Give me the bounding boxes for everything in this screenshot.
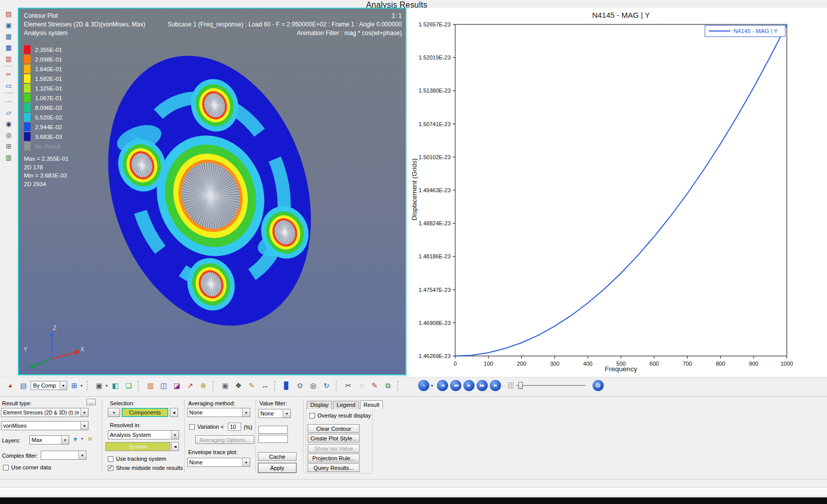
edit-cut-icon[interactable]: ✂ xyxy=(342,379,355,392)
system-button[interactable]: System xyxy=(105,442,170,451)
components-button[interactable]: Components xyxy=(122,408,168,417)
first-frame-button[interactable]: |◀ xyxy=(437,380,448,391)
section-cut-icon[interactable]: ◪ xyxy=(171,379,183,392)
position-icon[interactable]: ◎ xyxy=(307,379,319,392)
tab-result[interactable]: Result xyxy=(360,400,383,409)
pick-entity-icon[interactable]: ◎ xyxy=(3,130,15,140)
animation-settings-button[interactable]: ⚙ xyxy=(593,380,604,391)
plot-page-icon[interactable]: ▣ xyxy=(3,20,15,31)
more-tools-icon[interactable]: ⋯ xyxy=(3,96,15,107)
checkbox-box[interactable] xyxy=(3,465,9,470)
tracking-system-icon[interactable]: ❖ xyxy=(232,379,245,392)
chevron-down-icon[interactable]: ▼ xyxy=(242,458,250,466)
use-tracking-checkbox[interactable]: Use tracking system xyxy=(108,456,166,462)
resolved-in-select[interactable]: Analysis System▼ xyxy=(108,430,179,439)
symmetry-icon[interactable]: ◧ xyxy=(109,379,122,392)
next-frame-button[interactable]: ▶▶ xyxy=(477,380,488,391)
session-page-icon[interactable]: ▤ xyxy=(3,9,15,19)
envelope-trace-select[interactable]: None▼ xyxy=(187,458,250,467)
chevron-down-icon[interactable]: ▼ xyxy=(80,422,88,430)
chevron-down-icon[interactable]: ▼ xyxy=(108,408,120,417)
chevron-down-icon[interactable]: ▼ xyxy=(78,451,86,459)
deformed-shape-icon[interactable]: ▣ xyxy=(219,379,231,392)
frequency-chart-window[interactable]: N4145 - MAG | Y Displacement (Grids) Fre… xyxy=(407,8,827,377)
model-3d-view[interactable]: ZYX xyxy=(19,9,405,374)
notes-icon[interactable]: ✎ xyxy=(246,379,258,392)
mask-entities-icon[interactable]: ⊞ xyxy=(3,141,15,152)
eye-visibility-icon[interactable]: ◉ xyxy=(3,118,15,129)
use-corner-data-checkbox[interactable]: Use corner data xyxy=(3,464,51,470)
query-results-button[interactable]: Query Results... xyxy=(308,463,360,472)
averaging-method-select[interactable]: None▼ xyxy=(187,408,250,417)
tab-display[interactable]: Display xyxy=(307,401,332,409)
projection-rule-button[interactable]: Projection Rule... xyxy=(308,454,360,462)
chevron-down-icon[interactable]: ▼ xyxy=(283,409,290,418)
chevron-down-icon[interactable]: ▼ xyxy=(242,408,250,417)
play-button[interactable]: ▶ xyxy=(463,380,475,391)
checkbox-box[interactable] xyxy=(309,413,315,419)
annotate-icon[interactable]: ✎ xyxy=(369,379,381,392)
report-page-icon[interactable]: ▥ xyxy=(3,53,15,64)
overlay-result-checkbox[interactable]: Overlay result display xyxy=(309,412,371,419)
cut-model-icon[interactable]: ✂ xyxy=(3,69,15,80)
mask-icon[interactable]: ◌ xyxy=(356,379,368,392)
table-page-icon[interactable]: ▦ xyxy=(3,31,15,42)
apply-button[interactable]: Apply xyxy=(258,463,297,473)
chevron-down-icon[interactable]: ▼ xyxy=(171,431,179,439)
prev-frame-button[interactable]: ◀◀ xyxy=(450,380,461,391)
show-midside-checkbox[interactable]: Show midside node results xyxy=(108,465,183,471)
value-filter-min-field[interactable] xyxy=(258,426,288,434)
slider-track[interactable] xyxy=(516,385,585,387)
plot-canvas[interactable]: 1.52657E-231.52019E-231.51380E-231.50741… xyxy=(407,8,827,377)
selection-mode-select[interactable]: ▼ xyxy=(108,408,120,417)
clear-contour-button[interactable]: Clear Contour xyxy=(308,424,360,433)
query-search-icon[interactable]: ⊙ xyxy=(294,379,306,392)
create-plot-style-button[interactable]: Create Plot Style... xyxy=(308,434,360,442)
selection-collapse-button[interactable]: ◄ xyxy=(170,408,178,417)
animation-speed-slider[interactable] xyxy=(508,380,585,391)
layer-filter-icon[interactable]: ▼ xyxy=(72,436,78,443)
color-sphere-icon[interactable]: ◕ xyxy=(4,379,16,392)
chevron-down-icon[interactable]: ▼ xyxy=(105,384,108,388)
animation-mode-button[interactable]: ∿ xyxy=(418,380,429,391)
vector-plot-icon[interactable]: ↗ xyxy=(184,379,196,392)
more-result-types-button[interactable]: ... xyxy=(86,399,96,405)
assembly-blocks-icon[interactable]: ❏ xyxy=(123,379,135,392)
tab-legend[interactable]: Legend xyxy=(333,401,359,409)
value-filter-max-field[interactable] xyxy=(258,435,288,443)
chevron-down-icon[interactable]: ▼ xyxy=(60,381,67,390)
show-iso-value-button[interactable]: Show Iso Value xyxy=(308,444,360,453)
variation-checkbox[interactable]: Variation < xyxy=(189,424,224,430)
chevron-down-icon[interactable]: ▼ xyxy=(430,384,434,388)
result-type-select[interactable]: Element Stresses (2D & 3D) (t) (e▼ xyxy=(1,408,88,417)
complex-filter-select[interactable]: ▼ xyxy=(41,451,86,460)
clipboard-icon[interactable]: ▥ xyxy=(3,152,15,163)
last-frame-button[interactable]: ▶| xyxy=(490,380,501,391)
monitor-icon[interactable]: ▭ xyxy=(3,80,15,91)
averaging-options-button[interactable]: Averaging Options... xyxy=(195,435,254,444)
checkbox-box[interactable] xyxy=(108,456,113,462)
layers-select[interactable]: Max▼ xyxy=(29,435,69,444)
checkbox-box[interactable] xyxy=(108,465,113,471)
iso-plot-icon[interactable]: ◫ xyxy=(158,379,170,392)
build-plots-icon[interactable]: ▊ xyxy=(281,379,293,392)
chevron-down-icon[interactable]: ▼ xyxy=(80,437,84,440)
model-cubes-icon[interactable]: ▣ xyxy=(93,379,105,392)
capture-icon[interactable]: ⧉ xyxy=(382,379,394,392)
variation-input[interactable]: 10 xyxy=(228,423,241,431)
layer-options-icon[interactable]: ≋ xyxy=(87,435,93,442)
contour-panel-icon[interactable]: ▤ xyxy=(17,379,29,392)
bycomp-select[interactable]: By Comp▼ xyxy=(31,381,67,390)
matrix-browser-icon[interactable]: ▦ xyxy=(3,42,15,53)
checkbox-box[interactable] xyxy=(189,424,195,430)
model-layers-icon[interactable]: ▱ xyxy=(3,107,15,118)
chevron-down-icon[interactable]: ▼ xyxy=(61,436,69,444)
contour-viewport[interactable]: Contour Plot Element Stresses (2D & 3D)(… xyxy=(18,8,406,375)
value-filter-select[interactable]: None▼ xyxy=(258,409,291,418)
chevron-down-icon[interactable]: ▼ xyxy=(80,384,83,388)
rotate-view-icon[interactable]: ↻ xyxy=(320,379,333,392)
measure-icon[interactable]: ↔ xyxy=(259,379,271,392)
slider-handle[interactable] xyxy=(518,382,523,389)
tensor-plot-icon[interactable]: ⊕ xyxy=(197,379,210,392)
contour-plot-icon[interactable]: ▥ xyxy=(144,379,157,392)
